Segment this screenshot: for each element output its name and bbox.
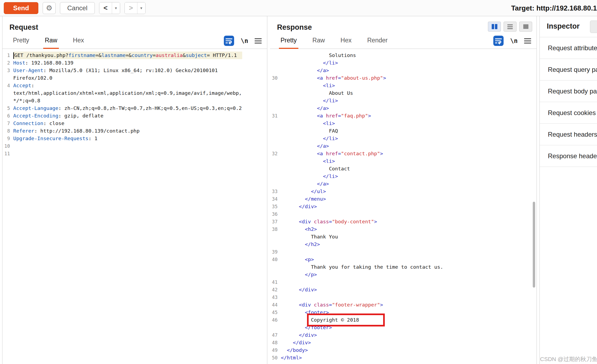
line-content: Connection: close	[13, 120, 242, 127]
line-content: </li>	[281, 173, 338, 180]
response-code[interactable]: Solutions </li> </a>30 <a href="about-us…	[270, 49, 537, 362]
code-line: 31 <a href="faq.php">	[272, 112, 537, 120]
response-menu-button[interactable]	[524, 37, 531, 45]
code-token: Solutions	[281, 52, 356, 58]
line-content: <div class="body-content">	[281, 218, 377, 225]
inspector-item-response-headers[interactable]: Response headers	[540, 145, 597, 167]
line-number	[272, 97, 281, 105]
code-token: = HTTP/1.1	[207, 52, 237, 58]
forward-button[interactable]: >	[125, 2, 137, 14]
back-dropdown-button[interactable]: ▾	[112, 2, 120, 14]
code-token: <p>	[281, 257, 314, 262]
code-line: 35 </div>	[272, 203, 537, 210]
response-header-icons: \n	[493, 36, 531, 46]
code-token: >	[383, 75, 386, 81]
response-tab-raw[interactable]: Raw	[311, 33, 326, 49]
code-line: 46 Copyright © 2018	[272, 316, 537, 324]
code-token: href	[326, 113, 338, 119]
history-forward-group: > ▾	[124, 2, 146, 14]
request-menu-button[interactable]	[255, 37, 262, 45]
code-token: </a>	[281, 68, 329, 73]
code-line: 48 </div>	[272, 339, 537, 346]
response-tab-render[interactable]: Render	[366, 33, 389, 49]
soft-wrap-icon	[493, 36, 504, 46]
layout-columns-button[interactable]	[488, 22, 501, 32]
newline-toggle-button[interactable]: \n	[510, 37, 518, 44]
code-line: 49 </body>	[272, 346, 537, 354]
line-number	[272, 127, 281, 135]
line-number: 31	[272, 112, 281, 120]
line-content: Host: 192.168.80.139	[13, 59, 242, 67]
cancel-button[interactable]: Cancel	[60, 2, 95, 14]
line-number: 32	[272, 150, 281, 157]
inspector-item-request-attributes[interactable]: Request attributes	[540, 37, 597, 59]
forward-dropdown-button[interactable]: ▾	[137, 2, 145, 14]
soft-wrap-button[interactable]	[493, 36, 504, 46]
line-content: Accept: text/html,application/xhtml+xml,…	[13, 82, 242, 105]
code-token: : zh-CN,zh;q=0.8,zh-TW;q=0.7,zh-HK;q=0.5…	[58, 105, 242, 111]
gear-icon: ⚙	[46, 4, 52, 12]
code-token: </menu>	[281, 196, 326, 202]
line-content: </li>	[281, 97, 338, 105]
code-line: </li>	[272, 59, 537, 67]
inspector-panel: Inspector Request attributesRequest quer…	[539, 16, 597, 364]
line-content: <div class="footer-wrapper">	[281, 301, 383, 309]
back-button[interactable]: <	[99, 2, 112, 14]
line-number: 39	[272, 248, 281, 256]
code-line: Thank You	[272, 233, 537, 241]
code-line: About Us	[272, 89, 537, 97]
layout-single-button[interactable]	[519, 22, 532, 32]
code-token: </body>	[281, 347, 308, 353]
code-line: 30 <a href="about-us.php">	[272, 74, 537, 82]
line-content: User-Agent: Mozilla/5.0 (X11; Linux x86_…	[13, 67, 242, 82]
code-token: </li>	[281, 173, 338, 179]
request-code[interactable]: 1GET /thankyou.php?firstname=&lastname=&…	[2, 49, 267, 157]
chevron-down-icon: ▾	[115, 6, 117, 10]
code-token: Host	[13, 60, 25, 66]
code-token: =	[338, 151, 341, 156]
inspector-collapse-button[interactable]	[590, 21, 597, 33]
code-line: 43	[272, 294, 537, 301]
line-number	[272, 263, 281, 271]
inspector-item-request-headers[interactable]: Request headers	[540, 124, 597, 145]
inspector-item-request-body-parameters[interactable]: Request body parameters	[540, 80, 597, 102]
code-token: </a>	[281, 105, 329, 111]
line-number	[272, 67, 281, 74]
inspector-item-request-cookies[interactable]: Request cookies	[540, 102, 597, 124]
settings-gear-button[interactable]: ⚙	[43, 2, 56, 14]
code-token: >	[380, 302, 383, 308]
inspector-item-request-query-parameters[interactable]: Request query parameters	[540, 59, 597, 80]
code-token: href	[326, 151, 338, 156]
code-token: =&	[96, 52, 102, 58]
code-token: </div>	[281, 340, 311, 345]
line-number	[272, 120, 281, 127]
code-token: </p>	[281, 272, 317, 277]
code-token: href	[326, 75, 338, 81]
chevron-down-icon: ▾	[140, 6, 142, 10]
code-token: <li>	[281, 158, 335, 164]
request-tab-pretty[interactable]: Pretty	[11, 33, 31, 49]
response-tab-row: PrettyRawHexRender \n	[270, 33, 537, 49]
line-number: 35	[272, 203, 281, 210]
request-tab-hex[interactable]: Hex	[71, 33, 86, 49]
code-token: About Us	[281, 90, 353, 96]
code-token: </a>	[281, 143, 329, 149]
response-tab-hex[interactable]: Hex	[339, 33, 353, 49]
inspector-list: Request attributesRequest query paramete…	[540, 37, 597, 167]
line-number: 36	[272, 210, 281, 218]
response-scrollbar[interactable]	[533, 202, 535, 288]
line-content: </p>	[281, 271, 317, 278]
line-content: <a href="about-us.php">	[281, 74, 386, 82]
line-number: 7	[4, 120, 13, 127]
send-button[interactable]: Send	[4, 2, 38, 14]
code-token: <a	[281, 113, 326, 119]
code-token: </div>	[281, 332, 317, 338]
soft-wrap-button[interactable]	[224, 36, 234, 46]
layout-rows-button[interactable]	[504, 22, 517, 32]
line-number: 41	[272, 278, 281, 286]
response-tab-pretty[interactable]: Pretty	[279, 33, 298, 49]
line-number: 38	[272, 225, 281, 233]
line-content: </footer>	[281, 324, 332, 331]
newline-toggle-button[interactable]: \n	[241, 37, 248, 44]
request-tab-raw[interactable]: Raw	[43, 33, 59, 49]
